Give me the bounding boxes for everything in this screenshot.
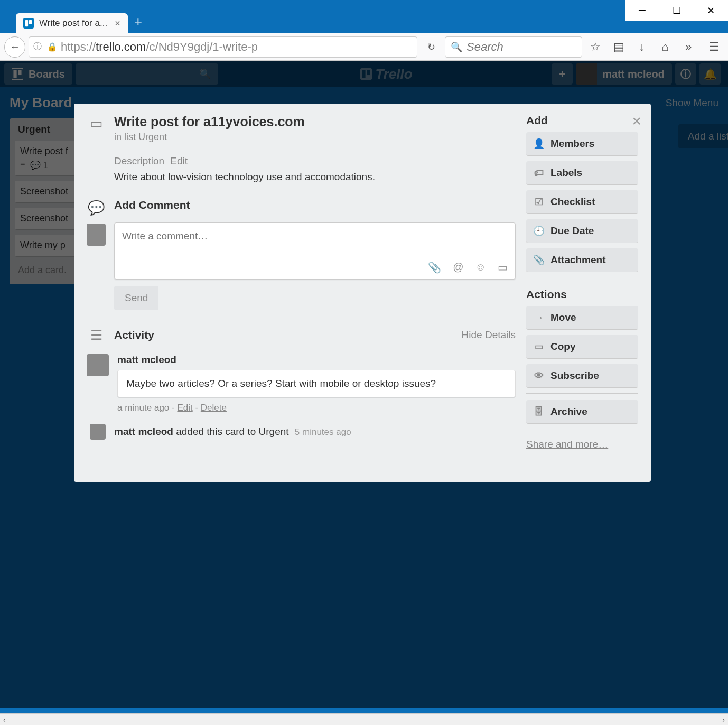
card-embed-icon[interactable]: ▭ bbox=[498, 261, 508, 274]
share-more-link[interactable]: Share and more… bbox=[526, 439, 608, 450]
activity-user[interactable]: matt mcleod bbox=[117, 354, 516, 366]
menu-button[interactable]: ☰ bbox=[704, 37, 724, 57]
due-date-button[interactable]: 🕘Due Date bbox=[526, 219, 638, 243]
avatar bbox=[87, 354, 109, 376]
card-icon: ▭ bbox=[90, 115, 103, 143]
checklist-icon: ☑ bbox=[534, 196, 544, 208]
url-text: https://trello.com/c/Nd9Y9gdj/1-write-p bbox=[61, 40, 413, 54]
archive-icon: 🗄 bbox=[534, 406, 544, 417]
comment-input[interactable] bbox=[122, 230, 508, 254]
search-icon: 🔍 bbox=[451, 41, 462, 53]
subscribe-icon: 👁 bbox=[534, 370, 544, 382]
copy-icon: ▭ bbox=[534, 341, 544, 352]
comment-box[interactable]: 📎 @ ☺ ▭ bbox=[114, 222, 516, 280]
attachment-icon[interactable]: 📎 bbox=[428, 261, 441, 274]
activity-meta: a minute ago - Edit - Delete bbox=[117, 403, 516, 413]
new-tab-button[interactable]: + bbox=[134, 14, 142, 33]
home-icon[interactable]: ⌂ bbox=[655, 37, 675, 57]
browser-tab-strip: Write post for a... × + bbox=[0, 7, 728, 33]
downloads-icon[interactable]: ↓ bbox=[632, 37, 652, 57]
archive-button[interactable]: 🗄Archive bbox=[526, 400, 638, 424]
members-icon: 👤 bbox=[534, 138, 544, 150]
reader-list-icon[interactable]: ▤ bbox=[609, 37, 629, 57]
card-list-info: in list Urgent bbox=[114, 132, 516, 143]
site-info-icon[interactable]: ⓘ bbox=[33, 41, 42, 52]
comment-icon: 💬 bbox=[88, 200, 105, 216]
mention-icon[interactable]: @ bbox=[453, 261, 463, 274]
description-text[interactable]: Write about low-vision technology use an… bbox=[114, 171, 516, 183]
members-button[interactable]: 👤Members bbox=[526, 132, 638, 156]
window-close-button[interactable]: ✕ bbox=[694, 0, 728, 21]
attachment-icon: 📎 bbox=[534, 254, 544, 266]
avatar bbox=[87, 224, 106, 246]
edit-description-link[interactable]: Edit bbox=[170, 155, 188, 166]
overflow-icon[interactable]: » bbox=[678, 37, 698, 57]
browser-search-input[interactable] bbox=[466, 40, 576, 54]
scroll-right-icon[interactable]: › bbox=[722, 715, 725, 724]
tab-close-button[interactable]: × bbox=[115, 18, 120, 29]
hide-details-link[interactable]: Hide Details bbox=[462, 329, 516, 341]
back-button[interactable]: ← bbox=[4, 36, 25, 58]
edit-comment-link[interactable]: Edit bbox=[177, 403, 192, 413]
add-heading: Add bbox=[526, 114, 638, 127]
lock-icon: 🔒 bbox=[47, 42, 58, 52]
activity-heading: Activity bbox=[114, 329, 154, 341]
reload-button[interactable]: ↻ bbox=[421, 36, 442, 58]
list-link[interactable]: Urgent bbox=[138, 132, 167, 142]
browser-search-box[interactable]: 🔍 bbox=[445, 36, 582, 58]
activity-comment: Maybe two articles? Or a series? Start w… bbox=[117, 370, 516, 397]
browser-tab[interactable]: Write post for a... × bbox=[16, 13, 128, 33]
avatar bbox=[90, 424, 106, 440]
window-minimize-button[interactable]: ─ bbox=[625, 0, 659, 21]
trello-favicon-icon bbox=[23, 18, 34, 29]
copy-button[interactable]: ▭Copy bbox=[526, 335, 638, 359]
window-controls: ─ ☐ ✕ bbox=[625, 0, 728, 21]
clock-icon: 🕘 bbox=[534, 225, 544, 237]
send-button[interactable]: Send bbox=[114, 286, 158, 310]
move-button[interactable]: →Move bbox=[526, 306, 638, 330]
activity-log-entry: matt mcleod added this card to Urgent 5 … bbox=[114, 426, 351, 438]
url-bar[interactable]: ⓘ 🔒 https://trello.com/c/Nd9Y9gdj/1-writ… bbox=[29, 36, 417, 58]
subscribe-button[interactable]: 👁Subscribe bbox=[526, 364, 638, 388]
labels-button[interactable]: 🏷Labels bbox=[526, 161, 638, 185]
close-button[interactable]: × bbox=[632, 112, 641, 130]
tab-title: Write post for a... bbox=[39, 18, 107, 29]
card-modal: × ▭ Write post for a11yvoices.com in lis… bbox=[74, 104, 651, 482]
checklist-button[interactable]: ☑Checklist bbox=[526, 190, 638, 214]
actions-heading: Actions bbox=[526, 288, 638, 301]
horizontal-scrollbar[interactable]: ‹ › bbox=[0, 713, 728, 725]
svg-rect-0 bbox=[25, 20, 28, 26]
scroll-left-icon[interactable]: ‹ bbox=[3, 715, 6, 724]
add-comment-heading: Add Comment bbox=[114, 199, 516, 211]
delete-comment-link[interactable]: Delete bbox=[201, 403, 227, 413]
activity-icon: ☰ bbox=[90, 327, 102, 343]
browser-toolbar: ← ⓘ 🔒 https://trello.com/c/Nd9Y9gdj/1-wr… bbox=[0, 33, 728, 61]
description-label: Description bbox=[114, 155, 164, 166]
window-maximize-button[interactable]: ☐ bbox=[659, 0, 694, 21]
svg-rect-1 bbox=[29, 20, 32, 24]
labels-icon: 🏷 bbox=[534, 168, 544, 179]
move-icon: → bbox=[534, 312, 544, 323]
bookmark-star-icon[interactable]: ☆ bbox=[585, 37, 605, 57]
emoji-icon[interactable]: ☺ bbox=[475, 261, 486, 274]
attachment-button[interactable]: 📎Attachment bbox=[526, 248, 638, 272]
card-title[interactable]: Write post for a11yvoices.com bbox=[114, 114, 516, 129]
